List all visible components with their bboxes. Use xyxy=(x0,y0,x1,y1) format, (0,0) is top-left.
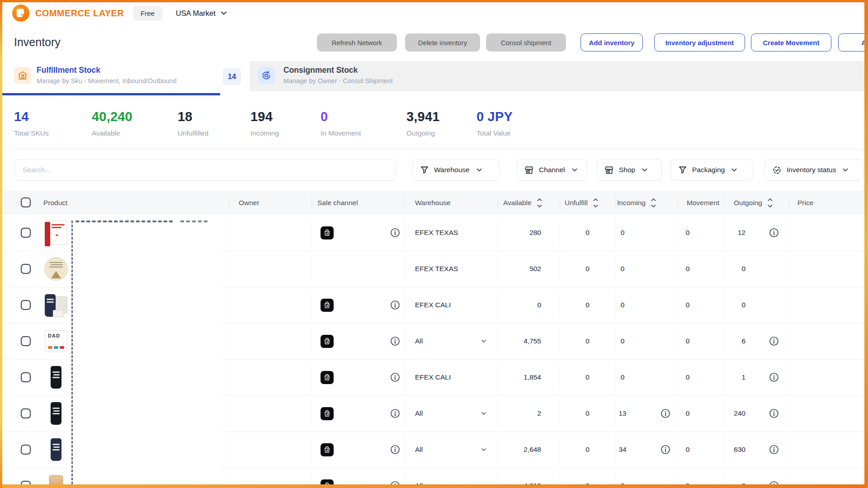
column-divider xyxy=(678,327,678,356)
product-thumbnail[interactable] xyxy=(43,292,69,318)
product-thumbnail[interactable]: DAD xyxy=(43,328,69,354)
tiktok-channel-icon[interactable] xyxy=(321,443,334,456)
channel-info-icon[interactable] xyxy=(390,336,400,346)
tab-fulfillment-stock[interactable]: Fulfillment Stock Manage by Sku - Moveme… xyxy=(2,61,220,91)
tiktok-channel-icon[interactable] xyxy=(321,407,334,420)
column-divider xyxy=(229,196,230,210)
incoming-value: 0 xyxy=(608,323,637,359)
channel-info-icon[interactable] xyxy=(390,372,400,382)
market-selector[interactable]: USA Market xyxy=(176,9,216,18)
row-checkbox[interactable] xyxy=(21,372,31,382)
column-header-available[interactable]: Available xyxy=(503,191,543,215)
column-header-incoming[interactable]: Incoming xyxy=(617,191,657,215)
stat-value: 3,941 xyxy=(406,109,440,124)
column-divider xyxy=(789,218,790,247)
sort-icon[interactable] xyxy=(536,197,543,209)
outgoing-info-icon[interactable] xyxy=(769,228,779,238)
tiktok-channel-icon[interactable] xyxy=(321,479,334,484)
consol-shipment-button[interactable]: Consol shipment xyxy=(486,33,566,52)
sort-icon[interactable] xyxy=(592,197,599,209)
row-checkbox[interactable] xyxy=(21,336,31,346)
unfulfill-value: 0 xyxy=(560,432,615,468)
chevron-down-icon xyxy=(842,166,849,174)
column-divider xyxy=(724,196,724,210)
inventory-adjustment-button[interactable]: Inventory adjustment xyxy=(654,33,745,52)
warehouse-cell[interactable]: All xyxy=(415,432,478,468)
chevron-down-icon[interactable] xyxy=(481,446,487,453)
incoming-value: 0 xyxy=(608,251,637,287)
tiktok-channel-icon[interactable] xyxy=(321,335,334,348)
outgoing-info-icon[interactable] xyxy=(769,481,779,484)
delete-inventory-button[interactable]: Delete inventory xyxy=(405,33,480,52)
channel-info-icon[interactable] xyxy=(390,445,400,455)
refresh-network-button[interactable]: Refresh Network xyxy=(317,33,397,52)
column-divider xyxy=(560,291,560,319)
outgoing-info-icon[interactable] xyxy=(769,336,779,346)
column-divider xyxy=(311,363,312,392)
column-divider xyxy=(789,399,790,428)
chevron-down-icon[interactable] xyxy=(481,483,487,484)
chevron-down-icon xyxy=(571,166,578,174)
column-header-outgoing[interactable]: Outgoing xyxy=(734,191,774,215)
outgoing-info-icon[interactable] xyxy=(769,445,779,455)
outgoing-value: 0 xyxy=(704,287,745,323)
product-thumbnail[interactable] xyxy=(43,437,69,462)
channel-info-icon[interactable] xyxy=(390,300,400,310)
product-thumbnail[interactable] xyxy=(43,473,69,484)
row-checkbox[interactable] xyxy=(21,300,31,310)
column-divider xyxy=(498,435,498,464)
select-all-checkbox[interactable] xyxy=(21,197,31,207)
chevron-down-icon[interactable] xyxy=(481,410,487,417)
actio-button[interactable]: Actio xyxy=(838,33,864,52)
warehouse-cell[interactable]: All xyxy=(415,395,478,432)
outgoing-info-icon[interactable] xyxy=(769,372,779,382)
create-movement-button[interactable]: Create Movement xyxy=(751,33,831,52)
row-checkbox[interactable] xyxy=(21,228,31,238)
unfulfill-value: 0 xyxy=(560,287,615,323)
filter-label: Warehouse xyxy=(434,166,470,174)
filter-inventory-status[interactable]: Inventory status xyxy=(764,159,863,181)
product-thumbnail[interactable] xyxy=(43,401,69,426)
stock-tabs: Fulfillment Stock Manage by Sku - Moveme… xyxy=(2,61,864,96)
row-checkbox[interactable] xyxy=(21,445,31,455)
incoming-info-icon[interactable] xyxy=(660,408,670,418)
row-checkbox[interactable] xyxy=(21,408,31,418)
product-thumbnail[interactable] xyxy=(43,220,69,245)
add-inventory-button[interactable]: Add inventory xyxy=(580,33,643,52)
outgoing-info-icon[interactable] xyxy=(769,408,779,418)
channel-info-icon[interactable] xyxy=(390,408,400,418)
product-thumbnail[interactable] xyxy=(43,256,69,282)
filter-shop[interactable]: Shop xyxy=(597,159,662,181)
inventory-page: COMMERCE LAYER Free USA Market Inventory… xyxy=(0,0,868,488)
tiktok-channel-icon[interactable] xyxy=(321,299,334,312)
column-divider xyxy=(229,435,230,464)
filter-row: WarehouseChannelShopPackagingInventory s… xyxy=(2,150,864,190)
search-input[interactable] xyxy=(14,159,396,181)
row-checkbox[interactable] xyxy=(21,481,31,484)
warehouse-cell[interactable]: All xyxy=(415,323,478,359)
sort-icon[interactable] xyxy=(650,197,657,209)
store-icon xyxy=(604,165,614,175)
column-label: Outgoing xyxy=(734,199,762,207)
row-checkbox[interactable] xyxy=(21,264,31,274)
filter-label: Packaging xyxy=(692,166,725,174)
chevron-down-icon[interactable] xyxy=(220,9,227,17)
channel-info-icon[interactable] xyxy=(390,481,400,484)
channel-info-icon[interactable] xyxy=(390,228,400,238)
commerce-layer-logo-icon xyxy=(12,5,29,22)
tiktok-channel-icon[interactable] xyxy=(321,226,334,239)
tab-consignment-stock[interactable]: Consignment Stock Manage by Owner - Cons… xyxy=(250,61,566,91)
column-divider xyxy=(724,327,724,356)
column-header-unfulfill[interactable]: Unfulfill xyxy=(565,191,599,215)
filter-packaging[interactable]: Packaging xyxy=(670,159,753,181)
warehouse-cell[interactable]: All xyxy=(415,468,478,484)
consignment-cycle-icon xyxy=(258,67,275,84)
incoming-info-icon[interactable] xyxy=(660,445,670,455)
sort-icon[interactable] xyxy=(767,197,774,209)
product-thumbnail[interactable] xyxy=(43,365,69,390)
stat-value: 194 xyxy=(250,109,279,124)
tiktok-channel-icon[interactable] xyxy=(321,371,334,384)
filter-channel[interactable]: Channel xyxy=(517,159,587,181)
filter-warehouse[interactable]: Warehouse xyxy=(412,159,500,181)
chevron-down-icon[interactable] xyxy=(481,338,487,344)
